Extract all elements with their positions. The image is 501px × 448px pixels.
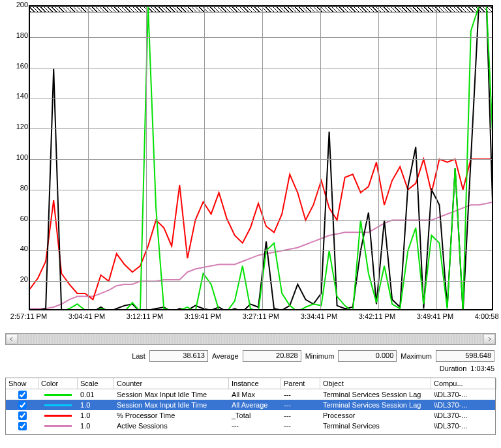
x-tick-label: 3:49:41 PM (409, 312, 461, 320)
show-checkbox[interactable] (18, 391, 27, 399)
chart-stats-row: Last 38.613 Average 20.828 Minimum 0.000… (3, 349, 498, 363)
legend-color-cell (38, 415, 78, 417)
legend-scale-cell: 0.01 (78, 391, 114, 398)
stat-max-value: 598.648 (436, 350, 494, 362)
legend-parent-cell: --- (281, 401, 320, 409)
grid-line-h (30, 7, 492, 7)
show-checkbox[interactable] (18, 401, 27, 410)
stat-dur-label: Duration (440, 365, 467, 372)
y-tick-label: 160 (8, 62, 28, 70)
legend-instance-cell: _Total (229, 411, 281, 419)
y-tick-label: 100 (8, 153, 28, 161)
series-line (30, 202, 493, 309)
legend-counter-cell: % Processor Time (114, 411, 229, 419)
legend-counter-cell: Session Max Input Idle Time (114, 401, 229, 409)
stat-last-label: Last (132, 352, 145, 360)
y-tick-label: 120 (8, 123, 28, 130)
grid-line-v (88, 7, 89, 309)
plot-svg (30, 7, 493, 310)
legend-show-cell[interactable] (6, 422, 38, 430)
legend-header-counter[interactable]: Counter (114, 378, 229, 389)
x-tick-label: 2:57:11 PM (3, 312, 55, 320)
show-checkbox[interactable] (18, 422, 27, 430)
grid-line-h (30, 68, 492, 68)
y-tick-label: 20 (8, 275, 28, 283)
x-tick-label: 3:42:11 PM (351, 312, 403, 320)
legend-row[interactable]: 1.0Active Sessions------Terminal Service… (6, 421, 495, 431)
legend-header-computer[interactable]: Compu... (431, 378, 496, 389)
chevron-left-icon (9, 336, 14, 342)
stat-max-label: Maximum (401, 352, 432, 360)
grid-line-h (30, 250, 492, 251)
y-tick-label: 80 (8, 184, 28, 192)
legend-object-cell: Terminal Services Session Lag (320, 401, 431, 409)
legend-header-parent[interactable]: Parent (281, 378, 320, 389)
x-tick-label: 4:00:58 PM (467, 312, 501, 320)
grid-line-h (30, 281, 492, 282)
counter-legend-table[interactable]: Show Color Scale Counter Instance Parent… (5, 378, 496, 435)
grid-line-h (30, 220, 492, 221)
scroll-thumb[interactable] (18, 334, 483, 344)
y-tick-label: 60 (8, 215, 28, 222)
legend-color-cell (38, 425, 78, 427)
legend-header-object[interactable]: Object (320, 378, 431, 389)
legend-show-cell[interactable] (6, 391, 38, 399)
legend-parent-cell: --- (281, 411, 320, 419)
performance-chart: 204060801001201401601802002:57:11 PM3:04… (3, 3, 497, 325)
legend-row[interactable]: 0.01Session Max Input Idle TimeAll Max--… (6, 389, 495, 400)
stat-last-value: 38.613 (149, 350, 208, 362)
legend-instance-cell: --- (229, 422, 281, 430)
scroll-right-button[interactable] (483, 334, 495, 344)
chart-stats-row2: Duration 1:03:45 (3, 363, 498, 374)
legend-counter-cell: Active Sessions (114, 422, 229, 430)
stat-avg-label: Average (212, 352, 239, 360)
legend-parent-cell: --- (281, 391, 320, 398)
stat-min-value: 0.000 (338, 350, 397, 362)
legend-object-cell: Terminal Services Session Lag (320, 391, 431, 398)
grid-line-h (30, 37, 492, 38)
legend-computer-cell: \\DL370-... (431, 401, 496, 409)
color-swatch (44, 425, 72, 427)
grid-line-v (320, 7, 321, 309)
plot-region[interactable] (29, 5, 493, 310)
x-tick-label: 3:27:11 PM (235, 312, 287, 320)
grid-line-h (30, 128, 492, 129)
legend-header-color[interactable]: Color (38, 378, 78, 389)
legend-show-cell[interactable] (6, 401, 38, 410)
grid-line-h (30, 190, 492, 190)
legend-counter-cell: Session Max Input Idle Time (114, 391, 229, 398)
legend-row[interactable]: 1.0Session Max Input Idle TimeAll Averag… (6, 400, 495, 410)
legend-header-show[interactable]: Show (6, 378, 38, 389)
legend-color-cell (38, 394, 78, 396)
legend-computer-cell: \\DL370-... (431, 411, 496, 419)
stat-dur-value: 1:03:45 (470, 365, 494, 372)
time-scrollbar[interactable] (5, 333, 496, 345)
y-tick-label: 180 (8, 31, 28, 39)
legend-row[interactable]: 1.0% Processor Time_Total---Processor\\D… (6, 410, 495, 421)
y-tick-label: 40 (8, 245, 28, 252)
legend-header-instance[interactable]: Instance (229, 378, 281, 389)
grid-line-v (378, 7, 379, 309)
stat-avg-value: 20.828 (243, 350, 301, 362)
scroll-left-button[interactable] (6, 334, 18, 344)
legend-show-cell[interactable] (6, 411, 38, 420)
y-tick-label: 200 (8, 1, 28, 8)
legend-instance-cell: All Average (229, 401, 281, 409)
legend-scale-cell: 1.0 (78, 401, 114, 409)
show-checkbox[interactable] (18, 411, 27, 420)
legend-header-row: Show Color Scale Counter Instance Parent… (6, 378, 495, 389)
legend-computer-cell: \\DL370-... (431, 391, 496, 398)
legend-computer-cell: \\DL370-... (431, 422, 496, 430)
grid-line-v (262, 7, 263, 309)
x-tick-label: 3:04:41 PM (61, 312, 113, 320)
legend-parent-cell: --- (281, 422, 320, 430)
x-tick-label: 3:19:41 PM (177, 312, 229, 320)
legend-header-scale[interactable]: Scale (78, 378, 114, 389)
legend-scale-cell: 1.0 (78, 422, 114, 430)
legend-object-cell: Terminal Services (320, 422, 431, 430)
x-tick-label: 3:34:41 PM (293, 312, 345, 320)
color-swatch (44, 394, 72, 396)
color-swatch (44, 415, 72, 417)
chevron-right-icon (487, 336, 492, 342)
grid-line-h (30, 98, 492, 98)
